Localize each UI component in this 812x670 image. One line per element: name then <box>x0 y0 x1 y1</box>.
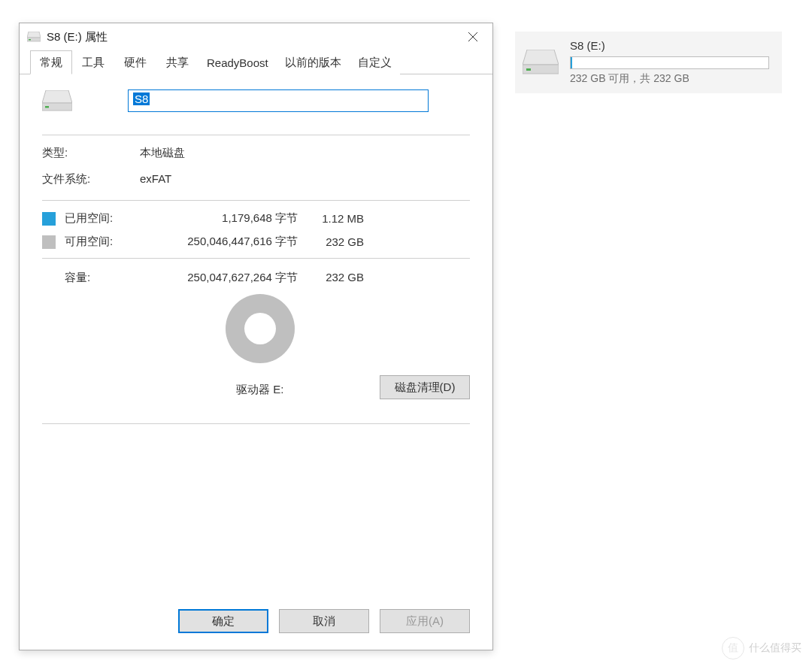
tab-customize[interactable]: 自定义 <box>350 50 400 74</box>
used-space-label: 已用空间: <box>65 211 137 226</box>
svg-rect-2 <box>526 68 531 71</box>
used-space-swatch <box>42 212 56 226</box>
dialog-footer: 确定 取消 应用(A) <box>20 603 492 650</box>
capacity-label: 容量: <box>65 271 137 285</box>
apply-button[interactable]: 应用(A) <box>380 609 470 633</box>
used-space-unit: 1.12 MB <box>301 212 368 225</box>
tab-hardware[interactable]: 硬件 <box>114 50 156 74</box>
tab-previous[interactable]: 以前的版本 <box>277 50 350 74</box>
svg-rect-10 <box>45 106 49 108</box>
free-space-label: 可用空间: <box>65 235 137 249</box>
volume-name-input[interactable]: S8 <box>128 89 429 112</box>
drive-icon <box>523 50 559 75</box>
drive-subtitle: 232 GB 可用，共 232 GB <box>570 72 773 86</box>
svg-marker-8 <box>42 90 72 103</box>
svg-marker-0 <box>523 50 559 65</box>
explorer-drive-card[interactable]: S8 (E:) 232 GB 可用，共 232 GB <box>515 32 782 93</box>
filesystem-label: 文件系统: <box>42 172 140 186</box>
divider <box>42 135 470 135</box>
cancel-button[interactable]: 取消 <box>279 609 369 633</box>
close-button[interactable] <box>456 26 489 47</box>
svg-marker-3 <box>27 32 41 38</box>
capacity-bytes: 250,047,627,264 字节 <box>140 271 298 285</box>
free-space-unit: 232 GB <box>301 235 368 248</box>
titlebar[interactable]: S8 (E:) 属性 <box>20 23 492 50</box>
titlebar-drive-icon <box>27 32 41 42</box>
tab-bar: 常规 工具 硬件 共享 ReadyBoost 以前的版本 自定义 <box>20 50 492 74</box>
capacity-unit: 232 GB <box>301 271 368 285</box>
tab-tools[interactable]: 工具 <box>72 50 114 74</box>
drive-letter-label: 驱动器 E: <box>236 383 283 397</box>
ok-button[interactable]: 确定 <box>178 609 268 633</box>
type-value: 本地磁盘 <box>140 146 470 160</box>
tab-general[interactable]: 常规 <box>30 50 72 74</box>
watermark-text: 什么值得买 <box>749 641 801 655</box>
watermark: 值 什么值得买 <box>722 637 801 659</box>
divider <box>42 423 470 424</box>
type-label: 类型: <box>42 146 140 160</box>
watermark-icon: 值 <box>722 637 744 659</box>
divider <box>42 200 470 201</box>
properties-dialog: S8 (E:) 属性 常规 工具 硬件 共享 ReadyBoost 以前的版本 … <box>19 23 493 650</box>
svg-rect-5 <box>29 39 31 41</box>
drive-capacity-bar <box>570 56 769 69</box>
dialog-title: S8 (E:) 属性 <box>47 30 456 44</box>
tab-readyboost[interactable]: ReadyBoost <box>198 50 277 74</box>
used-space-bytes: 1,179,648 字节 <box>140 211 298 226</box>
divider <box>42 258 470 259</box>
capacity-pie-chart <box>226 294 295 363</box>
free-space-swatch <box>42 235 56 249</box>
tab-sharing[interactable]: 共享 <box>156 50 198 74</box>
filesystem-value: exFAT <box>140 172 470 186</box>
free-space-bytes: 250,046,447,616 字节 <box>140 235 298 249</box>
disk-cleanup-button[interactable]: 磁盘清理(D) <box>380 375 470 399</box>
body-drive-icon <box>42 90 83 111</box>
close-icon <box>468 32 477 41</box>
drive-title: S8 (E:) <box>570 39 773 52</box>
